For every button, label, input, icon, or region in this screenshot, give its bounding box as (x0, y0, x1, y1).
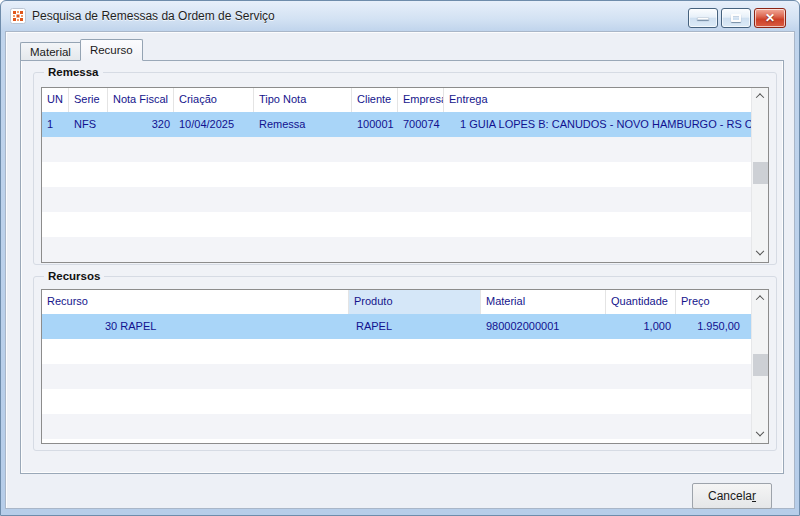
column-header-quantidade[interactable]: Quantidade (606, 290, 676, 314)
cancel-button[interactable]: Cancelar (692, 483, 772, 509)
remessa-group-label: Remessa (44, 65, 103, 80)
cell-entrega: 1 GUIA LOPES B: CANUDOS - NOVO HAMBURGO … (444, 112, 751, 137)
chevron-up-icon (756, 93, 764, 101)
recursos-row-selected[interactable]: 30 RAPEL RAPEL 980002000001 1,000 1.950,… (42, 314, 751, 339)
scrollbar-thumb[interactable] (753, 162, 768, 184)
scroll-up-button[interactable] (752, 88, 768, 104)
column-header-recurso[interactable]: Recurso (42, 290, 349, 314)
column-header-preco[interactable]: Preço (676, 290, 751, 314)
remessa-vertical-scrollbar[interactable] (751, 88, 768, 262)
cell-preco: 1.950,00 (676, 314, 751, 339)
chevron-down-icon (756, 247, 764, 255)
cell-produto: RAPEL (349, 314, 481, 339)
close-icon: ✕ (765, 12, 775, 24)
recursos-header-row: Recurso Produto Material Quantidade Preç… (42, 290, 751, 314)
close-button[interactable]: ✕ (754, 8, 786, 28)
maximize-icon (731, 14, 741, 22)
cell-material: 980002000001 (481, 314, 606, 339)
window-controls: ✕ (688, 8, 786, 28)
scroll-down-button[interactable] (752, 427, 768, 443)
cell-serie: NFS (69, 112, 108, 137)
recursos-empty-row[interactable] (42, 439, 751, 444)
recursos-table: Recurso Produto Material Quantidade Preç… (41, 289, 769, 444)
app-logo-icon (10, 8, 26, 24)
maximize-button[interactable] (721, 8, 751, 28)
recursos-empty-row[interactable] (42, 389, 751, 414)
cancel-button-mnemonic: r (752, 489, 756, 503)
tab-material[interactable]: Material (20, 42, 80, 60)
chevron-up-icon (756, 295, 764, 303)
recursos-empty-row[interactable] (42, 414, 751, 439)
column-header-produto[interactable]: Produto (349, 290, 481, 314)
cell-recurso: 30 RAPEL (42, 314, 349, 339)
column-header-nota-fiscal[interactable]: Nota Fiscal (108, 88, 174, 112)
column-header-criacao[interactable]: Criação (174, 88, 254, 112)
column-header-empresa[interactable]: Empresa (398, 88, 444, 112)
remessa-empty-row[interactable] (42, 237, 751, 262)
dialog-window: Pesquisa de Remessas da Ordem de Serviço… (0, 0, 800, 516)
tab-recurso[interactable]: Recurso (80, 39, 143, 61)
column-header-serie[interactable]: Serie (69, 88, 108, 112)
recursos-empty-row[interactable] (42, 339, 751, 364)
remessa-empty-row[interactable] (42, 137, 751, 162)
recursos-group: Recursos Recurso Produto Material Quanti… (33, 276, 777, 451)
cell-nota-fiscal: 320 (108, 112, 174, 137)
scroll-down-button[interactable] (752, 246, 768, 262)
tab-strip: Material Recurso (20, 39, 143, 61)
recursos-group-label: Recursos (44, 269, 104, 284)
scrollbar-thumb[interactable] (753, 354, 768, 376)
remessa-empty-row[interactable] (42, 162, 751, 187)
minimize-icon (697, 17, 709, 20)
column-header-tipo-nota[interactable]: Tipo Nota (254, 88, 352, 112)
column-header-cliente[interactable]: Cliente (352, 88, 398, 112)
minimize-button[interactable] (688, 8, 718, 28)
cancel-button-label: Cancela (708, 489, 752, 503)
cell-empresa: 700074 (398, 112, 444, 137)
tab-page-recurso: Remessa UN Serie Nota Fiscal Criação Tip… (20, 60, 784, 474)
cell-quantidade: 1,000 (606, 314, 676, 339)
dialog-client-area: Material Recurso Remessa UN Serie Nota F… (5, 31, 795, 509)
remessa-row-selected[interactable]: 1 NFS 320 10/04/2025 Remessa 100001 7000… (42, 112, 751, 137)
remessa-empty-row[interactable] (42, 212, 751, 237)
window-title: Pesquisa de Remessas da Ordem de Serviço (32, 9, 275, 23)
chevron-down-icon (756, 428, 764, 436)
cell-tipo-nota: Remessa (254, 112, 352, 137)
cell-un: 1 (42, 112, 69, 137)
remessa-group: Remessa UN Serie Nota Fiscal Criação Tip… (33, 72, 777, 265)
column-header-material[interactable]: Material (481, 290, 606, 314)
remessa-table: UN Serie Nota Fiscal Criação Tipo Nota C… (41, 87, 769, 263)
remessa-empty-row[interactable] (42, 187, 751, 212)
scroll-up-button[interactable] (752, 290, 768, 306)
cell-cliente: 100001 (352, 112, 398, 137)
remessa-header-row: UN Serie Nota Fiscal Criação Tipo Nota C… (42, 88, 751, 112)
column-header-entrega[interactable]: Entrega (444, 88, 751, 112)
titlebar[interactable]: Pesquisa de Remessas da Ordem de Serviço… (1, 1, 799, 31)
recursos-vertical-scrollbar[interactable] (751, 290, 768, 443)
cell-criacao: 10/04/2025 (174, 112, 254, 137)
recursos-empty-row[interactable] (42, 364, 751, 389)
column-header-un[interactable]: UN (42, 88, 69, 112)
